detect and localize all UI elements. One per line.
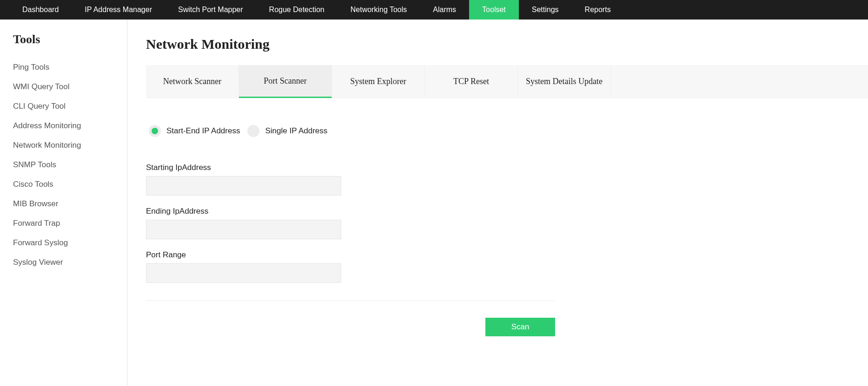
tab-port-scanner[interactable]: Port Scanner — [239, 65, 332, 98]
tab-system-details-update[interactable]: System Details Update — [518, 65, 611, 98]
sidebar-item-ping-tools[interactable]: Ping Tools — [13, 58, 127, 77]
field-port-range: Port Range — [146, 250, 868, 283]
nav-settings[interactable]: Settings — [519, 0, 572, 20]
radio-label-start-end: Start-End IP Address — [166, 126, 240, 136]
radio-icon — [149, 125, 161, 137]
tabs: Network Scanner Port Scanner System Expl… — [146, 65, 868, 98]
sidebar-item-snmp-tools[interactable]: SNMP Tools — [13, 155, 127, 175]
sidebar-item-cisco-tools[interactable]: Cisco Tools — [13, 175, 127, 194]
nav-reports[interactable]: Reports — [572, 0, 624, 20]
ip-mode-radio-group: Start-End IP Address Single IP Address — [146, 125, 868, 137]
nav-rogue-detection[interactable]: Rogue Detection — [256, 0, 338, 20]
label-port-range: Port Range — [146, 250, 868, 260]
field-starting-ip: Starting IpAddress — [146, 163, 868, 196]
page-title: Network Monitoring — [146, 36, 868, 52]
sidebar: Tools Ping Tools WMI Query Tool CLI Quer… — [0, 20, 127, 386]
sidebar-item-cli-query-tool[interactable]: CLI Query Tool — [13, 97, 127, 116]
scan-button[interactable]: Scan — [485, 318, 555, 336]
tab-tcp-reset[interactable]: TCP Reset — [425, 65, 518, 98]
sidebar-item-wmi-query-tool[interactable]: WMI Query Tool — [13, 77, 127, 97]
tab-network-scanner[interactable]: Network Scanner — [146, 65, 239, 98]
nav-toolset[interactable]: Toolset — [469, 0, 519, 20]
nav-networking-tools[interactable]: Networking Tools — [338, 0, 420, 20]
sidebar-item-address-monitoring[interactable]: Address Monitoring — [13, 116, 127, 136]
form-area: Start-End IP Address Single IP Address S… — [146, 98, 868, 336]
sidebar-item-mib-browser[interactable]: MIB Browser — [13, 194, 127, 214]
top-nav: Dashboard IP Address Manager Switch Port… — [0, 0, 868, 20]
nav-dashboard[interactable]: Dashboard — [9, 0, 72, 20]
nav-ip-address-manager[interactable]: IP Address Manager — [72, 0, 165, 20]
sidebar-item-network-monitoring[interactable]: Network Monitoring — [13, 136, 127, 155]
main: Network Monitoring Network Scanner Port … — [127, 20, 868, 386]
sidebar-item-syslog-viewer[interactable]: Syslog Viewer — [13, 253, 127, 272]
radio-icon — [247, 125, 259, 137]
input-starting-ip[interactable] — [146, 176, 341, 196]
sidebar-item-forward-trap[interactable]: Forward Trap — [13, 214, 127, 233]
radio-label-single: Single IP Address — [265, 126, 327, 136]
input-ending-ip[interactable] — [146, 220, 341, 239]
input-port-range[interactable] — [146, 263, 341, 283]
label-starting-ip: Starting IpAddress — [146, 163, 868, 172]
nav-alarms[interactable]: Alarms — [420, 0, 469, 20]
divider — [146, 301, 555, 301]
sidebar-item-forward-syslog[interactable]: Forward Syslog — [13, 233, 127, 253]
sidebar-title: Tools — [13, 33, 127, 46]
radio-single-ip[interactable]: Single IP Address — [247, 125, 327, 137]
tab-system-explorer[interactable]: System Explorer — [332, 65, 425, 98]
form-actions: Scan — [146, 318, 555, 336]
nav-switch-port-mapper[interactable]: Switch Port Mapper — [165, 0, 256, 20]
label-ending-ip: Ending IpAddress — [146, 207, 868, 216]
field-ending-ip: Ending IpAddress — [146, 207, 868, 239]
radio-start-end-ip[interactable]: Start-End IP Address — [149, 125, 240, 137]
